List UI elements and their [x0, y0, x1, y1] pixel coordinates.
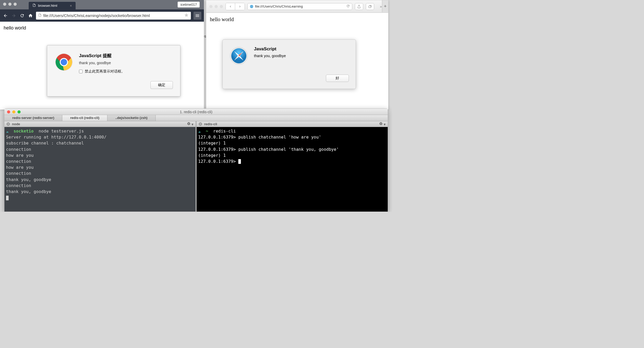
menu-button[interactable]: [193, 12, 201, 20]
pane-header: × redis-cli ▾: [197, 121, 388, 127]
terminal-pane-right: × redis-cli ▾ ☁ ~ redis-cli 127.0.0.1:63…: [197, 121, 388, 212]
window-controls: [7, 110, 21, 113]
window-title: 1. redis-cli (redis-cli): [180, 110, 212, 114]
terminal-tab-socketio[interactable]: ..dejs/socketio (zsh): [107, 115, 156, 121]
cursor: [6, 196, 9, 200]
forward-button[interactable]: [11, 13, 17, 19]
back-button[interactable]: [226, 3, 235, 10]
nav-buttons: [226, 3, 245, 10]
svg-point-3: [61, 59, 67, 65]
cloud-icon: ☁: [6, 129, 9, 134]
close-pane-icon[interactable]: ×: [7, 122, 10, 126]
forward-button[interactable]: [235, 3, 245, 10]
tab-title: browser.html: [38, 4, 57, 8]
terminal-pane-left: × node ▾ ☁ socketio node testserver.js S…: [4, 121, 197, 212]
alert-ok-button[interactable]: 好: [326, 75, 349, 82]
alert-title: JavaScript: [254, 46, 286, 52]
prompt-dir: socketio: [14, 129, 34, 134]
address-bar[interactable]: [36, 12, 191, 20]
output-line: connection: [6, 183, 31, 188]
browser-tab[interactable]: browser.html ×: [29, 2, 76, 9]
terminal-titlebar: 1. redis-cli (redis-cli): [4, 109, 388, 115]
output-line: (integer) 1: [198, 153, 226, 158]
svg-rect-8: [369, 6, 371, 8]
terminal-output[interactable]: ☁ socketio node testserver.js Server run…: [4, 127, 196, 212]
javascript-alert-dialog: JavaScript thank you, goodbye 好: [222, 39, 356, 89]
alert-title: JavaScript 提醒: [79, 53, 125, 59]
terminal-tab-redis-cli[interactable]: redis-cli (redis-cli): [62, 115, 107, 121]
alert-message: thank you, goodbye: [79, 61, 125, 65]
pane-title: node: [12, 122, 20, 126]
close-window-button[interactable]: [3, 3, 6, 6]
file-icon: [32, 3, 36, 8]
gear-icon[interactable]: ▾: [379, 122, 386, 126]
file-icon: [38, 13, 42, 18]
output-line: (integer) 1: [198, 141, 226, 146]
reload-button[interactable]: [19, 13, 25, 19]
close-pane-icon[interactable]: ×: [199, 122, 202, 126]
terminal-panes: × node ▾ ☁ socketio node testserver.js S…: [4, 121, 388, 212]
minimize-window-button[interactable]: [12, 110, 15, 113]
terminal-tab-redis-server[interactable]: redis-server (redis-server): [4, 115, 62, 121]
terminal-output[interactable]: ☁ ~ redis-cli 127.0.0.1:6379> publish ch…: [197, 127, 388, 212]
share-button[interactable]: [355, 3, 363, 10]
chrome-icon: [54, 53, 73, 71]
chrome-page-content: hello world JavaScript 提醒 thank you, goo…: [0, 22, 204, 110]
output-line: connection: [6, 147, 31, 152]
home-button[interactable]: [28, 13, 33, 19]
safari-icon: [229, 46, 248, 65]
globe-icon: [250, 5, 253, 8]
terminal-window: 1. redis-cli (redis-cli) redis-server (r…: [4, 109, 388, 212]
address-bar[interactable]: file:///Users/Chris/ChrisLearning: [247, 3, 352, 10]
maximize-window-button[interactable]: [14, 3, 17, 6]
close-window-button[interactable]: [7, 110, 10, 113]
pane-header: × node ▾: [4, 121, 196, 127]
checkbox-input[interactable]: [79, 70, 83, 73]
alert-message: thank you, goodbye: [254, 54, 286, 58]
chrome-toolbar: [0, 9, 204, 22]
pane-title: redis-cli: [204, 122, 217, 126]
close-window-button[interactable]: [209, 5, 212, 8]
back-button[interactable]: [3, 13, 8, 19]
chrome-tabstrip: browser.html × icetime017: [0, 0, 204, 9]
bookmark-star-icon[interactable]: [184, 13, 189, 19]
cursor: [238, 159, 241, 164]
output-line: subscribe channel : chatchannel: [6, 141, 84, 146]
maximize-window-button[interactable]: [17, 110, 21, 113]
minimize-window-button[interactable]: [215, 5, 218, 8]
tabs-button[interactable]: [366, 3, 374, 10]
window-controls: [3, 3, 17, 6]
output-line: how are you: [6, 153, 34, 158]
output-line: how are you: [6, 165, 34, 170]
new-tab-button[interactable]: +: [382, 0, 388, 12]
page-text: hello world: [210, 16, 234, 22]
cmd-text: redis-cli: [208, 129, 236, 134]
terminal-tabs: redis-server (redis-server) redis-cli (r…: [4, 115, 388, 121]
url-text: file:///Users/Chris/ChrisLearning: [255, 4, 303, 8]
url-input[interactable]: [43, 13, 183, 18]
reload-icon[interactable]: [346, 4, 350, 9]
close-tab-icon[interactable]: ×: [70, 4, 72, 8]
maximize-window-button[interactable]: [220, 5, 223, 8]
alert-ok-button[interactable]: 确定: [150, 81, 173, 89]
output-line: 127.0.0.1:6379> publish chatchannel 'how…: [198, 135, 321, 140]
output-line: thank you, goodbye: [6, 177, 51, 182]
prompt-dir: ~: [206, 129, 208, 134]
checkbox-label: 禁止此页再显示对话框。: [85, 69, 125, 74]
safari-window: file:///Users/Chris/ChrisLearning » + he…: [206, 0, 388, 110]
window-controls: [209, 5, 223, 8]
cmd-text: node testserver.js: [34, 129, 84, 134]
user-profile-badge[interactable]: icetime017: [178, 2, 200, 8]
cloud-icon: ☁: [198, 129, 201, 134]
output-line: 127.0.0.1:6379> publish chatchannel 'tha…: [198, 147, 339, 152]
gear-icon[interactable]: ▾: [187, 122, 193, 126]
output-line: 127.0.0.1:6379>: [198, 159, 238, 164]
safari-page-content: hello world: [206, 13, 388, 26]
output-line: thank you, goodbye: [6, 189, 51, 194]
output-line: connection: [6, 171, 31, 176]
suppress-dialogs-checkbox[interactable]: 禁止此页再显示对话框。: [79, 69, 125, 74]
chrome-window: browser.html × icetime017: [0, 0, 204, 110]
page-text: hello world: [4, 25, 26, 31]
minimize-window-button[interactable]: [8, 3, 11, 6]
output-line: Server running at http://127.0.0.1:4000/: [6, 135, 106, 140]
